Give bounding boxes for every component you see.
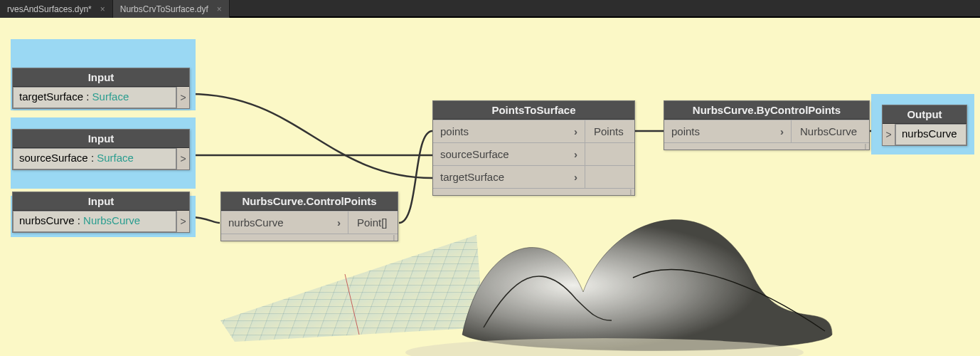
- graph-canvas[interactable]: Input targetSurface : Surface > Input so…: [0, 18, 980, 356]
- port-label: points: [440, 125, 469, 137]
- input-port-points[interactable]: points ›: [664, 120, 791, 142]
- node-title: NurbsCurve.ControlPoints: [221, 192, 398, 211]
- param-type: Surface: [97, 152, 134, 166]
- input-port[interactable]: >: [883, 124, 895, 145]
- port-spacer: [585, 165, 634, 188]
- param-name: sourceSurface: [19, 152, 88, 166]
- chevron-right-icon: ›: [574, 148, 577, 160]
- code-block[interactable]: targetSurface : Surface: [13, 87, 176, 108]
- input-port-nurbsCurve[interactable]: nurbsCurve ›: [221, 211, 348, 234]
- input-port-points[interactable]: points ›: [433, 120, 585, 142]
- tab-file-2[interactable]: NurbsCrvToSurface.dyf ×: [113, 0, 230, 18]
- node-input-sourceSurface[interactable]: Input sourceSurface : Surface >: [12, 129, 190, 170]
- port-label: points: [671, 125, 700, 137]
- node-controlpoints[interactable]: NurbsCurve.ControlPoints nurbsCurve › Po…: [220, 192, 398, 241]
- node-output[interactable]: Output > nurbsCurve: [882, 105, 967, 146]
- chevron-right-icon: ›: [780, 125, 784, 137]
- node-pointstosurface[interactable]: PointsToSurface points › sourceSurface ›…: [432, 100, 635, 196]
- chevron-right-icon: ›: [337, 216, 341, 229]
- port-label: NurbsCurve: [800, 125, 857, 137]
- tab-file-1[interactable]: rvesAndSurfaces.dyn* ×: [0, 0, 113, 18]
- node-footer: |: [433, 188, 634, 195]
- node-bycontrolpoints[interactable]: NurbsCurve.ByControlPoints points › Nurb…: [664, 100, 870, 150]
- svg-line-2: [345, 274, 359, 335]
- port-label: Points: [594, 125, 624, 137]
- node-title: Input: [13, 130, 189, 148]
- output-port-points[interactable]: Points: [585, 120, 634, 142]
- node-footer: |: [664, 142, 869, 150]
- port-label: targetSurface: [440, 171, 504, 183]
- node-input-nurbsCurve[interactable]: Input nurbsCurve : NurbsCurve >: [12, 192, 190, 233]
- port-label: Point[]: [357, 216, 388, 229]
- svg-marker-1: [220, 235, 484, 342]
- code-block[interactable]: nurbsCurve: [895, 124, 966, 145]
- input-port-sourceSurface[interactable]: sourceSurface ›: [433, 142, 585, 165]
- param-name: nurbsCurve: [19, 214, 75, 229]
- tab-label: rvesAndSurfaces.dyn*: [7, 4, 92, 14]
- port-label: nurbsCurve: [228, 216, 284, 229]
- node-title: Input: [13, 192, 189, 211]
- node-title: PointsToSurface: [433, 101, 634, 120]
- close-icon[interactable]: ×: [217, 4, 222, 14]
- output-port[interactable]: >: [176, 148, 189, 169]
- close-icon[interactable]: ×: [100, 4, 105, 14]
- node-footer: |: [221, 234, 398, 241]
- param-type: Surface: [92, 90, 129, 105]
- output-port-points[interactable]: Point[]: [348, 211, 398, 234]
- node-title: Input: [13, 68, 189, 87]
- param-name: targetSurface: [19, 90, 83, 105]
- port-spacer: [585, 142, 634, 165]
- output-port[interactable]: >: [176, 87, 189, 108]
- chevron-right-icon: ›: [574, 171, 577, 183]
- input-port-targetSurface[interactable]: targetSurface ›: [433, 165, 585, 188]
- svg-point-3: [405, 338, 804, 356]
- output-port[interactable]: >: [176, 211, 189, 232]
- output-value: nurbsCurve: [902, 127, 957, 142]
- code-block[interactable]: nurbsCurve : NurbsCurve: [13, 211, 176, 232]
- tab-bar: rvesAndSurfaces.dyn* × NurbsCrvToSurface…: [0, 0, 980, 18]
- param-type: NurbsCurve: [83, 214, 140, 229]
- node-title: Output: [883, 105, 966, 124]
- chevron-right-icon: ›: [574, 125, 577, 137]
- output-port-nurbscurve[interactable]: NurbsCurve: [791, 120, 869, 142]
- code-block[interactable]: sourceSurface : Surface: [13, 148, 176, 169]
- node-title: NurbsCurve.ByControlPoints: [664, 101, 869, 120]
- node-input-targetSurface[interactable]: Input targetSurface : Surface >: [12, 68, 190, 109]
- tab-label: NurbsCrvToSurface.dyf: [120, 4, 208, 14]
- port-label: sourceSurface: [440, 148, 509, 160]
